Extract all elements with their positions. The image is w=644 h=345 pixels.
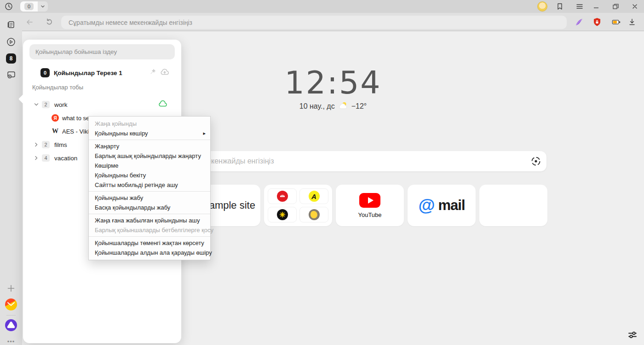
groups-section-header: Қойындылар тобы — [32, 84, 83, 91]
menu-item-new-tab: Жаңа қойынды — [89, 119, 210, 129]
add-plus-icon[interactable] — [6, 283, 16, 293]
history-clock-icon[interactable] — [4, 2, 13, 11]
mini-tile-drive[interactable] — [268, 188, 297, 204]
tile-mail[interactable]: @ mail — [408, 185, 476, 226]
active-tab[interactable]: 0 — [20, 1, 38, 12]
background-settings-sliders-icon[interactable] — [627, 329, 638, 341]
group-name: work — [54, 101, 68, 108]
menu-separator — [89, 236, 210, 237]
tile-empty[interactable] — [479, 185, 547, 226]
sync-cloud-icon[interactable] — [158, 100, 167, 109]
menu-item-reopen-closed[interactable]: Жаңа ғана жабылған қойындыны ашу — [89, 216, 210, 225]
collections-bookmark-icon[interactable] — [555, 2, 564, 11]
menu-item-reload-all[interactable]: Барлық ашық қойындыларды жаңарту — [89, 151, 210, 161]
protect-shield-icon[interactable] — [592, 18, 602, 27]
menu-hamburger-icon[interactable] — [575, 2, 584, 11]
menu-item-move-tab[interactable]: Қойындыны көшіру ▸ — [89, 129, 210, 138]
tabs-count-badge[interactable]: 8 — [6, 53, 16, 64]
group-count-badge: 2 — [42, 141, 50, 148]
youtube-play-icon — [359, 193, 380, 208]
group-row-work[interactable]: 2 work — [29, 98, 175, 111]
mini-tile-afisha[interactable]: A — [299, 188, 328, 204]
window-tab-count-badge: 0 — [40, 68, 50, 77]
menu-item-pin-tab[interactable]: Қойындыны бекіту — [89, 170, 210, 180]
weather-sun-cloud-icon — [338, 101, 348, 111]
menu-separator — [89, 214, 210, 214]
chevron-right-icon[interactable] — [33, 155, 40, 161]
burst-icon — [277, 209, 288, 220]
feed-notes-icon[interactable] — [6, 20, 16, 30]
mini-tile-coin[interactable] — [299, 207, 328, 222]
menu-item-show-tabs-bottom[interactable]: Қойыншаларды төменгі жақтан көрсету — [89, 238, 210, 248]
tab-context-menu: Жаңа қойынды Қойындыны көшіру ▸ Жаңарту … — [88, 116, 211, 260]
menu-separator — [89, 140, 210, 140]
alice-assistant-icon[interactable] — [5, 319, 17, 331]
date-label: 10 нау., дс — [299, 102, 335, 111]
chevron-down-icon[interactable] — [33, 101, 40, 108]
battery-icon[interactable] — [612, 18, 621, 27]
group-name: films — [54, 141, 67, 148]
tile-folder-group[interactable]: A — [264, 185, 332, 226]
pin-icon[interactable] — [149, 68, 156, 77]
cloud-upload-icon[interactable] — [160, 68, 169, 78]
menu-item-reload[interactable]: Жаңарту — [89, 141, 210, 151]
tab-strip: 0 — [0, 0, 644, 13]
reload-icon[interactable] — [45, 18, 54, 27]
chevron-right-icon[interactable] — [33, 141, 40, 148]
group-count-badge: 4 — [42, 154, 50, 162]
tile-youtube[interactable]: YouTube — [336, 185, 404, 226]
menu-item-disable-previews[interactable]: Қойыншаларды алдын ала қарауды өшіру — [89, 248, 210, 257]
menu-item-open-mobile[interactable]: Сайтты мобильді ретінде ашу — [89, 180, 210, 190]
submenu-arrow-icon: ▸ — [203, 129, 206, 138]
afisha-a-icon: A — [309, 191, 320, 202]
mail-label: mail — [438, 197, 465, 214]
address-bar-input[interactable] — [61, 16, 567, 29]
screenshot-camera-icon[interactable] — [6, 70, 16, 80]
yandex-favicon: Я — [52, 114, 59, 122]
mail-at-icon: @ — [418, 196, 435, 215]
window-close-button[interactable] — [630, 2, 639, 11]
yandex-mail-icon[interactable] — [5, 298, 17, 310]
window-title: Қойындылар Терезе 1 — [54, 70, 122, 76]
coin-icon — [309, 209, 320, 220]
profile-avatar[interactable] — [537, 1, 547, 12]
more-dots-icon[interactable]: ••• — [6, 336, 16, 345]
download-icon[interactable] — [627, 18, 637, 27]
menu-item-close-tab[interactable]: Қойындыны жабу — [89, 193, 210, 203]
menu-item-duplicate[interactable]: Көшірме — [89, 161, 210, 170]
back-arrow-icon[interactable] — [25, 18, 34, 27]
window-row[interactable]: 0 Қойындылар Терезе 1 — [29, 66, 175, 79]
tab-list-chevron-button[interactable] — [38, 1, 48, 12]
menu-separator — [89, 191, 210, 192]
youtube-label: YouTube — [358, 211, 381, 218]
image-search-camera-icon[interactable] — [530, 155, 542, 167]
menu-item-bookmark-all: Барлық қойыншаларды бетбелгілерге қосу — [89, 225, 210, 235]
drive-car-icon — [277, 191, 288, 202]
play-media-icon[interactable] — [6, 37, 16, 47]
sidebar-rail: 8 ••• — [0, 13, 22, 345]
group-count-badge: 2 — [42, 101, 50, 108]
window-restore-button[interactable] — [611, 2, 620, 11]
panel-search-input[interactable] — [29, 44, 175, 59]
browser-toolbar — [0, 13, 644, 31]
menu-item-close-others[interactable]: Басқа қойындыларды жабу — [89, 203, 210, 212]
group-name: vacation — [54, 155, 77, 162]
tab-group: 0 — [20, 1, 48, 12]
mini-tile-burst[interactable] — [268, 207, 297, 222]
wikipedia-favicon: W — [52, 128, 59, 135]
temperature-label: −12° — [351, 102, 367, 111]
tab-count-badge: 0 — [24, 3, 34, 10]
window-minimize-button[interactable] — [592, 2, 601, 11]
sidebar-divider — [6, 315, 16, 316]
pen-edit-icon[interactable] — [575, 18, 584, 27]
